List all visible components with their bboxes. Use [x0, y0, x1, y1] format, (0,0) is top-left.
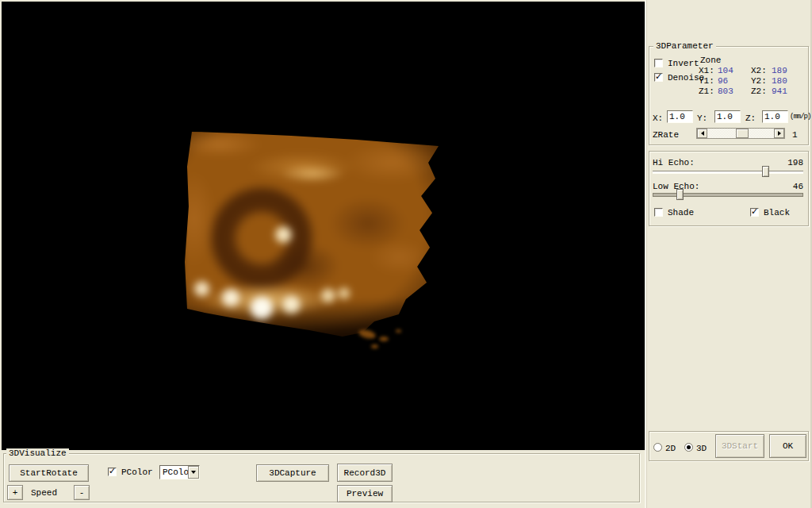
zrate-label: ZRate [653, 130, 679, 140]
black-checkbox[interactable]: ✓ [750, 208, 759, 217]
invert-label: Invert [668, 59, 699, 68]
zone-z2-value: 941 [772, 87, 805, 97]
ultrasound-volume-render [181, 117, 444, 343]
speed-plus-button[interactable]: + [7, 485, 23, 500]
3dstart-button[interactable]: 3DStart [715, 434, 764, 458]
zone-z2-label: Z2: [751, 87, 772, 97]
low-echo-slider-thumb[interactable] [676, 189, 684, 200]
parameter-panel: 3DParameter Invert ✓ Denoise Zone X1: 10… [645, 0, 812, 508]
preview-button[interactable]: Preview [337, 485, 393, 502]
volume-surface [181, 117, 444, 343]
action-groupbox: 2D 3D 3DStart OK [649, 431, 809, 461]
black-label: Black [764, 208, 790, 217]
volume-debris-speck [379, 337, 389, 341]
zrate-scroll-right-button[interactable] [774, 129, 784, 138]
start-rotate-button[interactable]: StartRotate [9, 464, 89, 482]
y-scale-label: Y: [697, 114, 707, 123]
zone-values-grid: X1: 104 X2: 189 Y1: 96 Y2: 180 Z1: 803 Z… [699, 66, 805, 97]
speed-label: Speed [31, 488, 57, 498]
mode-2d-label: 2D [665, 444, 676, 453]
volume-debris-speck [358, 328, 377, 340]
pcolor-label: PColor [121, 468, 153, 477]
mode-3d-radio[interactable] [684, 443, 693, 452]
parameter-group-title: 3DParameter [653, 41, 716, 52]
check-icon: ✓ [109, 466, 116, 476]
zone-z1-value: 803 [718, 87, 751, 97]
visualize-panel: 3DVisualize StartRotate + Speed - ✓ PCol… [0, 450, 645, 508]
zone-x2-value: 189 [772, 66, 805, 76]
dropdown-button[interactable] [188, 466, 199, 479]
zone-x1-value: 104 [718, 66, 751, 76]
parameter-groupbox: 3DParameter Invert ✓ Denoise Zone X1: 10… [649, 46, 809, 145]
invert-checkbox[interactable] [654, 59, 663, 67]
zone-y2-value: 180 [772, 76, 805, 87]
pcolor-checkbox[interactable]: ✓ [108, 468, 117, 476]
z-scale-input[interactable] [762, 110, 788, 123]
hi-echo-value: 198 [787, 158, 803, 167]
shade-checkbox[interactable] [654, 208, 663, 217]
zrate-value: 1 [792, 130, 798, 140]
zrate-scrollbar[interactable] [696, 128, 785, 139]
denoise-checkbox[interactable]: ✓ [654, 73, 663, 82]
zone-x1-label: X1: [699, 66, 718, 76]
zone-z1-label: Z1: [699, 87, 718, 97]
speed-minus-button[interactable]: - [74, 485, 90, 500]
low-echo-slider-track[interactable] [653, 193, 803, 197]
pcolor-dropdown-value: PColor [160, 466, 188, 479]
y-scale-input[interactable] [714, 110, 741, 123]
zone-title: Zone [700, 56, 721, 65]
ok-button[interactable]: OK [769, 434, 806, 458]
zrate-scroll-thumb[interactable] [736, 129, 749, 138]
record3d-button[interactable]: Record3D [337, 464, 393, 482]
pcolor-dropdown[interactable]: PColor [159, 465, 200, 479]
visualize-group-title: 3DVisualize [6, 448, 69, 459]
zone-y1-label: Y1: [699, 76, 718, 87]
arrow-right-icon [778, 131, 781, 136]
z-scale-label: Z: [745, 114, 756, 123]
echo-groupbox: Hi Echo: 198 Low Echo: 46 Shade ✓ Black [649, 151, 809, 226]
scale-unit-label: (mm/p) [790, 112, 810, 121]
low-echo-value: 46 [793, 182, 803, 191]
volume-debris-speck [396, 329, 401, 333]
zone-x2-label: X2: [751, 66, 772, 76]
x-scale-label: X: [653, 114, 663, 123]
check-icon: ✓ [655, 71, 662, 82]
zrate-scroll-left-button[interactable] [697, 129, 707, 138]
arrow-left-icon [701, 131, 704, 136]
zone-y2-label: Y2: [751, 76, 772, 87]
zrate-scroll-track[interactable] [707, 129, 774, 138]
chevron-down-icon [191, 471, 196, 474]
hi-echo-label: Hi Echo: [653, 158, 695, 167]
mode-2d-radio[interactable] [653, 443, 662, 452]
zone-y1-value: 96 [718, 76, 751, 87]
mode-3d-label: 3D [696, 444, 707, 453]
check-icon: ✓ [751, 206, 758, 217]
visualize-groupbox: 3DVisualize StartRotate + Speed - ✓ PCol… [3, 453, 640, 502]
3dcapture-button[interactable]: 3DCapture [256, 464, 329, 482]
x-scale-input[interactable] [667, 110, 693, 123]
volume-debris-speck [371, 344, 378, 348]
render-viewport[interactable] [2, 2, 645, 450]
shade-label: Shade [668, 208, 694, 217]
hi-echo-slider-thumb[interactable] [762, 166, 769, 177]
hi-echo-slider-track[interactable] [653, 171, 803, 173]
